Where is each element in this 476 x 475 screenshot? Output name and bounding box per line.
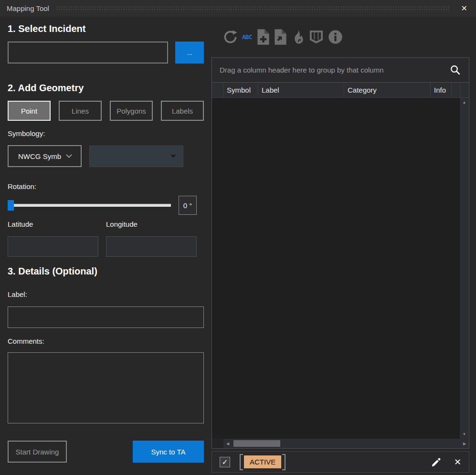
symbology-type-dropdown[interactable]: NWCG Symb: [8, 145, 82, 167]
refresh-button[interactable]: [223, 30, 238, 44]
scroll-left-button[interactable]: ◀: [223, 442, 232, 446]
latitude-label: Latitude: [8, 220, 106, 229]
features-panel: ABC: [212, 17, 476, 475]
file-arrow-icon: [274, 29, 287, 45]
scroll-up-button[interactable]: ▲: [460, 98, 469, 107]
rotation-slider-track[interactable]: [8, 204, 171, 207]
header-scrollbar-spacer: [460, 83, 469, 97]
horizontal-scrollbar-row: ◀ ▶: [212, 439, 469, 448]
form-panel: 1. Select Incident ... 2. Add Geometry P…: [0, 17, 212, 475]
fire-icon: [291, 29, 305, 45]
group-by-drop-area[interactable]: Drag a column header here to group by th…: [212, 58, 469, 83]
scrollbar-corner: [212, 439, 223, 448]
rotation-value-box[interactable]: 0 °: [179, 196, 197, 215]
label-field-label: Label:: [8, 290, 204, 299]
info-icon: [328, 30, 343, 44]
rotation-slider[interactable]: [8, 196, 171, 215]
mapping-tool-window: Mapping Tool ✕ 1. Select Incident ... 2.…: [0, 0, 476, 475]
geometry-button-lines[interactable]: Lines: [59, 101, 102, 121]
vertical-scrollbar[interactable]: ▲ ▼: [460, 98, 469, 439]
grid-header-row: Symbol Label Category Info: [212, 83, 469, 98]
column-header-category[interactable]: Category: [344, 83, 431, 97]
file-plus-icon: [257, 29, 270, 45]
geometry-button-labels[interactable]: Labels: [161, 101, 204, 121]
scroll-right-button[interactable]: ▶: [460, 442, 469, 446]
geometry-button-polygons[interactable]: Polygons: [110, 101, 153, 121]
column-header-symbol[interactable]: Symbol: [223, 83, 258, 97]
geometry-type-buttons: Point Lines Polygons Labels: [8, 101, 204, 121]
symbology-type-value: NWCG Symb: [18, 152, 61, 160]
comments-field-label: Comments:: [8, 337, 204, 346]
edit-status-row: ✓ ACTIVE ✕: [212, 451, 469, 473]
comments-textarea[interactable]: [8, 352, 204, 423]
column-header-label[interactable]: Label: [258, 83, 344, 97]
label-input[interactable]: [8, 306, 204, 328]
step1-heading: 1. Select Incident: [8, 23, 204, 34]
window-close-button[interactable]: ✕: [458, 4, 470, 13]
step3-heading: 3. Details (Optional): [8, 265, 204, 277]
geometry-button-point[interactable]: Point: [8, 101, 51, 121]
column-header-info[interactable]: Info: [431, 83, 452, 97]
edit-button[interactable]: [431, 457, 442, 467]
map-button[interactable]: [309, 29, 324, 45]
visibility-checkbox[interactable]: ✓: [220, 457, 230, 467]
rotation-label: Rotation:: [8, 182, 204, 191]
title-bar: Mapping Tool ✕: [0, 0, 476, 17]
abc-labels-button[interactable]: ABC: [242, 33, 252, 41]
start-drawing-button[interactable]: Start Drawing: [8, 441, 67, 463]
add-file-button[interactable]: [257, 29, 270, 45]
browse-incident-button[interactable]: ...: [175, 42, 204, 63]
step2-heading: 2. Add Geometry: [8, 82, 204, 94]
sync-to-ta-button[interactable]: Sync to TA: [133, 441, 204, 463]
longitude-label: Longitude: [106, 220, 138, 229]
horizontal-scroll-thumb[interactable]: [233, 440, 280, 447]
selection-bracket-right: [282, 454, 286, 470]
pencil-icon: [431, 457, 442, 467]
status-cell[interactable]: ACTIVE: [240, 454, 286, 470]
features-toolbar: ABC: [212, 17, 469, 57]
map-icon: [309, 29, 324, 45]
selection-bracket-left: [240, 454, 243, 470]
scroll-down-button[interactable]: ▼: [460, 430, 469, 439]
latitude-input[interactable]: [8, 236, 98, 257]
fire-button[interactable]: [291, 29, 305, 45]
titlebar-drag-grip[interactable]: [56, 5, 450, 11]
window-title: Mapping Tool: [7, 4, 49, 12]
incident-input[interactable]: [8, 42, 168, 63]
grid-rows-viewport: [212, 98, 460, 439]
search-icon[interactable]: [450, 64, 461, 76]
group-by-hint-text: Drag a column header here to group by th…: [220, 66, 450, 74]
vertical-scroll-track[interactable]: [460, 107, 469, 430]
dropdown-arrow-icon: [170, 155, 176, 158]
longitude-input[interactable]: [106, 236, 197, 257]
delete-button[interactable]: ✕: [454, 457, 461, 467]
column-header-filler: [452, 83, 460, 97]
symbology-label: Symbology:: [8, 129, 204, 138]
column-header-selector[interactable]: [212, 83, 223, 97]
export-file-button[interactable]: [274, 29, 287, 45]
chevron-down-icon: [66, 152, 72, 158]
status-badge: ACTIVE: [244, 455, 281, 468]
rotation-slider-thumb[interactable]: [8, 200, 14, 211]
refresh-icon: [223, 30, 238, 44]
info-button[interactable]: [328, 30, 343, 44]
horizontal-scrollbar[interactable]: ◀ ▶: [223, 439, 469, 448]
features-grid: Drag a column header here to group by th…: [212, 57, 469, 449]
symbol-dropdown[interactable]: [89, 146, 183, 167]
